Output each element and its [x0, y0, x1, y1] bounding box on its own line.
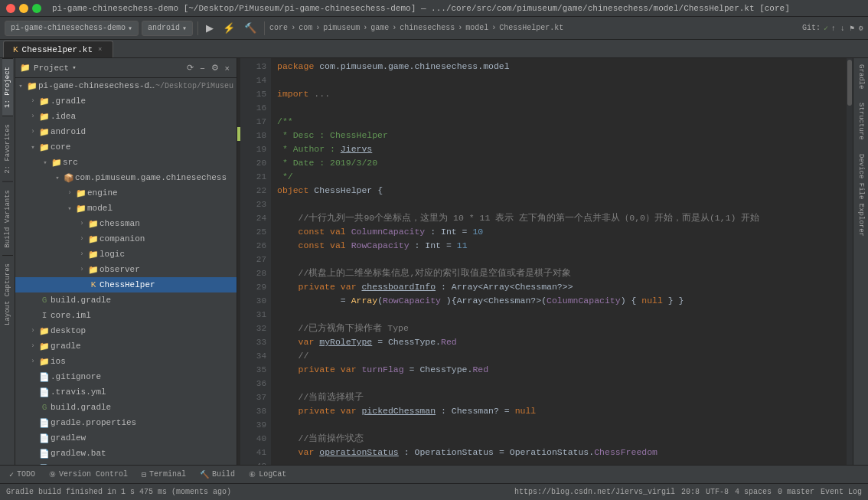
code-line: var operationStatus : OperationStatus = … — [277, 446, 840, 459]
project-tree: ▾ 📁 pi-game-chinesechess-demo ~/Desktop/… — [15, 78, 237, 465]
panel-dropdown-icon: ▾ — [72, 64, 76, 72]
tree-item-core[interactable]: ▾ 📁 core — [15, 139, 237, 155]
bc-file[interactable]: ChessHelper.kt — [499, 24, 563, 32]
status-event-log[interactable]: Event Log — [821, 488, 862, 496]
status-url[interactable]: https://blog.csdn.net/Jiervs_virgil — [514, 488, 675, 496]
tree-item-gradle-folder[interactable]: › 📁 gradle — [15, 338, 237, 354]
panel-sync-button[interactable]: ⟳ — [184, 62, 196, 74]
code-line: //十行九列一共90个坐标点，这里为 10 * 11 表示 左下角的第一个点并非… — [277, 211, 840, 225]
folder-icon: 📁 — [38, 326, 51, 336]
item-label: companion — [100, 234, 237, 243]
device-label: android — [148, 24, 180, 32]
tree-item-gradle-props[interactable]: 📄 gradle.properties — [15, 415, 237, 430]
git-check: ✓ — [824, 24, 828, 33]
run-button[interactable]: ▶ — [203, 21, 217, 35]
tree-arrow: › — [77, 266, 87, 273]
bc-com[interactable]: com — [299, 24, 312, 32]
tree-item-travis[interactable]: 📄 .travis.yml — [15, 384, 237, 400]
tab-chesshelper[interactable]: K ChessHelper.kt × — [3, 41, 113, 57]
left-tab-build-variants[interactable]: Build Variants — [2, 181, 13, 256]
status-branch[interactable]: 0 master — [778, 488, 814, 496]
tree-item-ios[interactable]: › 📁 ios — [15, 354, 237, 369]
tree-item-model[interactable]: ▾ 📁 model — [15, 201, 237, 216]
panel-folder-icon: 📁 — [20, 63, 31, 73]
bc-chinesechess[interactable]: chinesechess — [400, 24, 455, 32]
tree-arrow: › — [28, 97, 38, 105]
project-selector[interactable]: pi-game-chinesechess-demo ▾ — [5, 21, 139, 36]
code-editor[interactable]: package com.pimuseum.game.chinesechess.m… — [271, 58, 847, 465]
bc-core[interactable]: core — [269, 24, 288, 32]
item-label: gradle — [51, 342, 237, 351]
tree-item-logic[interactable]: › 📁 logic — [15, 247, 237, 262]
debug-button[interactable]: ⚡ — [220, 21, 238, 35]
tree-item-src[interactable]: ▾ 📁 src — [15, 155, 237, 170]
status-position[interactable]: 20:8 — [681, 488, 700, 496]
minimize-button[interactable] — [19, 4, 28, 13]
tree-arrow: › — [28, 358, 38, 365]
tree-arrow: ▾ — [28, 143, 38, 152]
code-line — [277, 418, 840, 432]
tree-item-observer[interactable]: › 📁 observer — [15, 262, 237, 277]
bottom-tab-bar: ✓ TODO ⑨ Version Control ⊟ Terminal 🔨 Bu… — [0, 465, 868, 483]
tree-item-android[interactable]: › 📁 android — [15, 124, 237, 139]
tree-arrow: › — [77, 220, 87, 227]
tree-item-chesshelper[interactable]: K ChessHelper — [15, 277, 237, 292]
bottom-tab-todo[interactable]: ✓ TODO — [3, 468, 41, 482]
code-line: // — [277, 349, 840, 363]
left-tab-favorites[interactable]: 2: Favorites — [2, 116, 13, 181]
tree-item-gitignore[interactable]: 📄 .gitignore — [15, 369, 237, 384]
gradle-icon: G — [38, 296, 51, 305]
folder-icon: 📁 — [38, 112, 51, 122]
maximize-button[interactable] — [32, 4, 41, 13]
bottom-tab-logcat[interactable]: ⑥ LogCat — [243, 468, 292, 482]
close-button[interactable] — [6, 4, 15, 13]
tree-item-desktop[interactable]: › 📁 desktop — [15, 323, 237, 338]
item-label: .idea — [51, 112, 237, 121]
tree-item-core-iml[interactable]: I core.iml — [15, 308, 237, 323]
tree-item-gradlew-bat[interactable]: 📄 gradlew.bat — [15, 446, 237, 461]
item-label: gradlew — [51, 433, 237, 443]
bc-game[interactable]: game — [370, 24, 389, 32]
bc-pimuseum[interactable]: pimuseum — [323, 24, 360, 32]
tab-label: LogCat — [259, 470, 286, 479]
bottom-tab-vcs[interactable]: ⑨ Version Control — [43, 468, 134, 482]
tree-item-package[interactable]: ▾ 📦 com.pimuseum.game.chinesechess — [15, 170, 237, 185]
terminal-icon: ⊟ — [142, 470, 146, 479]
editor-area: 1314151617 1819202122 2324252627 2829303… — [237, 58, 853, 465]
status-indent[interactable]: 4 spaces — [735, 488, 772, 496]
tree-item-gradlew[interactable]: 📄 gradlew — [15, 430, 237, 446]
tree-item-engine[interactable]: › 📁 engine — [15, 185, 237, 201]
tree-item-chessman[interactable]: › 📁 chessman — [15, 216, 237, 231]
device-selector[interactable]: android ▾ — [142, 21, 193, 36]
left-tab-project[interactable]: 1: Project — [2, 58, 13, 116]
item-label: src — [63, 158, 237, 167]
status-encoding[interactable]: UTF-8 — [706, 488, 729, 496]
tree-item-idea[interactable]: › 📁 .idea — [15, 109, 237, 124]
right-tab-device-explorer[interactable]: Device File Explorer — [856, 148, 866, 243]
scrollbar-thumb[interactable] — [847, 60, 852, 106]
tab-close-button[interactable]: × — [96, 46, 103, 54]
panel-close-button[interactable]: × — [223, 62, 232, 74]
right-tab-gradle[interactable]: Gradle — [856, 58, 866, 95]
item-label: gradlew.bat — [51, 449, 237, 458]
bottom-tab-build[interactable]: 🔨 Build — [194, 468, 241, 482]
tree-item-root-build-gradle[interactable]: G build.gradle — [15, 400, 237, 415]
bottom-tab-terminal[interactable]: ⊟ Terminal — [135, 468, 192, 482]
panel-collapse-button[interactable]: − — [197, 62, 207, 74]
right-tab-structure[interactable]: Structure — [856, 96, 866, 146]
folder-icon: 📁 — [38, 342, 51, 351]
left-tab-layout-captures[interactable]: Layout Captures — [2, 255, 13, 333]
folder-icon: 📁 — [87, 219, 100, 229]
todo-icon: ✓ — [9, 470, 14, 479]
left-panel-tabs: 1: Project 2: Favorites Build Variants L… — [0, 58, 15, 465]
bc-model[interactable]: model — [465, 24, 488, 32]
build-button[interactable]: 🔨 — [241, 21, 259, 35]
editor-scrollbar[interactable] — [847, 58, 853, 465]
logcat-icon: ⑥ — [249, 470, 256, 479]
panel-settings-button[interactable]: ⚙ — [209, 62, 221, 74]
tree-item-build-gradle[interactable]: G build.gradle — [15, 292, 237, 308]
tree-item-gradle-dir[interactable]: › 📁 .gradle — [15, 93, 237, 109]
tree-root[interactable]: ▾ 📁 pi-game-chinesechess-demo ~/Desktop/… — [15, 78, 237, 93]
window-title: pi-game-chinesechess-demo [~/Desktop/PiM… — [52, 4, 862, 13]
tree-item-companion[interactable]: › 📁 companion — [15, 231, 237, 247]
